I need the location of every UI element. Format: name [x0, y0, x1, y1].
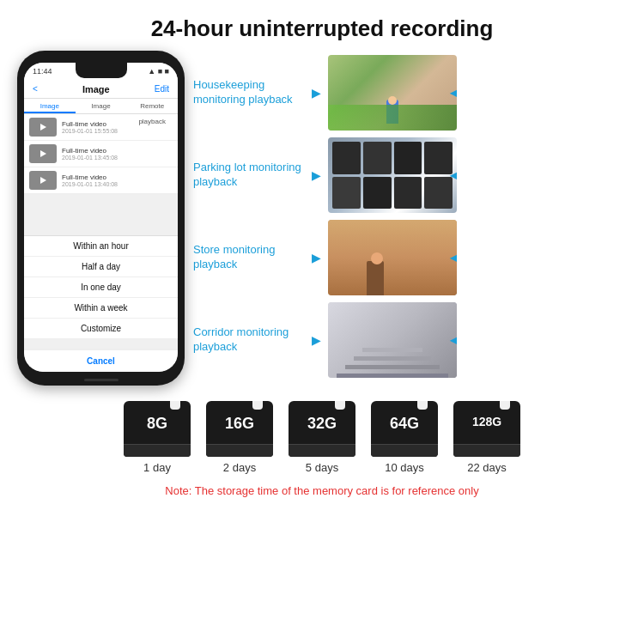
video-date-2: 2019-01-01 13:45:08: [62, 155, 173, 161]
car-3: [394, 142, 422, 174]
storage-days-0: 1 day: [143, 461, 171, 474]
monitoring-text-1: Parking lot monitoring playback: [193, 161, 305, 190]
sd-notch-2: [335, 401, 345, 410]
monitoring-item-2: Store monitoring playback ▶ ◄: [193, 220, 627, 295]
video-title-3: Full-time video: [62, 173, 173, 181]
storage-card-wrap-0: 8G 1 day: [124, 401, 191, 474]
dropdown-item-4[interactable]: Customize: [24, 319, 178, 339]
figure-head: [388, 96, 397, 105]
storage-days-2: 5 days: [306, 461, 338, 474]
phone-nav-bar: < Image Edit: [24, 80, 178, 99]
video-info-1: Full-time video 2019-01-01 15:55:08: [62, 120, 173, 134]
phone-nav-title: Image: [82, 84, 110, 94]
photo-content-0: [328, 55, 457, 131]
page-header: 24-hour uninterrupted recording: [0, 0, 644, 51]
storage-card-wrap-1: 16G 2 days: [206, 401, 273, 474]
video-date-3: 2019-01-01 13:40:08: [62, 181, 173, 187]
car-6: [363, 177, 392, 210]
sd-card-1: 16G: [206, 401, 273, 457]
video-item-3[interactable]: Full-time video 2019-01-01 13:40:08: [24, 167, 178, 194]
sd-dot-4: [511, 450, 515, 454]
monitoring-section: Housekeeping monitoring playback ▶ ◄ Par…: [193, 51, 627, 378]
main-content: 11:44 ▲ ■ ■ < Image Edit Image Image Rem…: [0, 51, 644, 386]
sd-notch-4: [500, 401, 510, 410]
parking-grid: [332, 142, 453, 209]
sd-notch-3: [417, 401, 428, 410]
person-head: [371, 252, 383, 264]
car-2: [363, 142, 392, 174]
sd-dot-0: [181, 450, 185, 454]
sd-label-1: 16G: [225, 415, 254, 433]
dropdown-item-0[interactable]: Within an hour: [24, 236, 178, 257]
phone-tabs: Image Image Remote playback: [24, 99, 178, 114]
photo-arrow-3: ◄: [447, 331, 457, 349]
sd-dot-2: [346, 450, 350, 454]
phone-screen: 11:44 ▲ ■ ■ < Image Edit Image Image Rem…: [24, 63, 178, 372]
play-icon-2: [40, 150, 46, 157]
video-info-3: Full-time video 2019-01-01 13:40:08: [62, 173, 173, 187]
sd-label-2: 32G: [307, 415, 337, 433]
monitoring-text-0: Housekeeping monitoring playback: [193, 78, 305, 107]
storage-card-wrap-3: 64G 10 days: [371, 401, 438, 474]
storage-card-wrap-2: 32G 5 days: [289, 401, 355, 474]
storage-cards: 8G 1 day 16G 2 days 32G 5 days 6: [124, 401, 520, 474]
photo-arrow-2: ◄: [447, 249, 457, 267]
monitoring-arrow-1: ▶: [312, 168, 321, 182]
monitoring-text-2: Store monitoring playback: [193, 243, 305, 272]
video-thumb-1: [29, 118, 57, 137]
video-thumb-3: [29, 171, 57, 190]
monitoring-label-1: Parking lot monitoring playback: [193, 161, 305, 190]
storage-note: Note: The storage time of the memory car…: [165, 484, 478, 497]
monitoring-item-1: Parking lot monitoring playback ▶ ◄: [193, 137, 627, 213]
monitoring-arrow-2: ▶: [312, 251, 321, 264]
floor-mat: [328, 105, 457, 131]
monitoring-photo-1: ◄: [328, 137, 457, 213]
sd-label-0: 8G: [147, 415, 167, 433]
storage-days-3: 10 days: [385, 461, 424, 474]
stair-3: [354, 356, 431, 361]
phone-tab-image[interactable]: Image: [24, 99, 76, 113]
photo-arrow-1: ◄: [447, 167, 457, 185]
monitoring-label-0: Housekeeping monitoring playback: [193, 78, 305, 107]
video-info-2: Full-time video 2019-01-01 13:45:08: [62, 147, 173, 161]
phone-icons: ▲ ■ ■: [148, 67, 169, 76]
monitoring-photo-3: ◄: [328, 302, 457, 378]
dropdown-item-3[interactable]: Within a week: [24, 298, 178, 319]
monitoring-item-3: Corridor monitoring playback ▶ ◄: [193, 302, 627, 378]
phone-mockup: 11:44 ▲ ■ ■ < Image Edit Image Image Rem…: [17, 51, 185, 386]
person-body: [367, 261, 384, 295]
dropdown-item-1[interactable]: Half a day: [24, 257, 178, 277]
monitoring-photo-0: ◄: [328, 55, 457, 131]
car-1: [332, 142, 361, 174]
sd-notch-0: [170, 401, 180, 410]
page-title: 24-hour uninterrupted recording: [9, 15, 635, 42]
phone-time: 11:44: [33, 67, 52, 76]
sd-label-4: 128G: [472, 415, 501, 428]
video-title-1: Full-time video: [62, 120, 173, 128]
sd-notch-1: [252, 401, 263, 410]
phone-edit-button[interactable]: Edit: [155, 84, 169, 94]
phone-cancel-button[interactable]: Cancel: [24, 349, 178, 372]
phone-video-list: Full-time video 2019-01-01 15:55:08 Full…: [24, 114, 178, 194]
sd-card-3: 64G: [371, 401, 438, 457]
sd-card-2: 32G: [289, 401, 355, 457]
monitoring-label-3: Corridor monitoring playback: [193, 325, 305, 355]
phone-tab-image2[interactable]: Image: [76, 99, 127, 113]
storage-card-wrap-4: 128G 22 days: [453, 401, 520, 474]
car-7: [394, 177, 422, 210]
sd-dot-3: [428, 450, 433, 454]
monitoring-arrow-0: ▶: [312, 86, 321, 100]
monitoring-photo-2: ◄: [328, 220, 457, 295]
video-date-1: 2019-01-01 15:55:08: [62, 128, 173, 134]
dropdown-item-2[interactable]: In one day: [24, 277, 178, 298]
car-5: [332, 177, 361, 210]
monitoring-arrow-3: ▶: [312, 333, 321, 347]
stairs-container: [337, 311, 448, 378]
phone-notch: [76, 63, 127, 78]
phone-tab-remote[interactable]: Remote playback: [126, 99, 178, 113]
video-item-2[interactable]: Full-time video 2019-01-01 13:45:08: [24, 141, 178, 167]
phone-back-button[interactable]: <: [33, 84, 38, 94]
photo-arrow-0: ◄: [447, 84, 457, 102]
storage-days-1: 2 days: [223, 461, 256, 474]
sd-card-0: 8G: [124, 401, 191, 457]
